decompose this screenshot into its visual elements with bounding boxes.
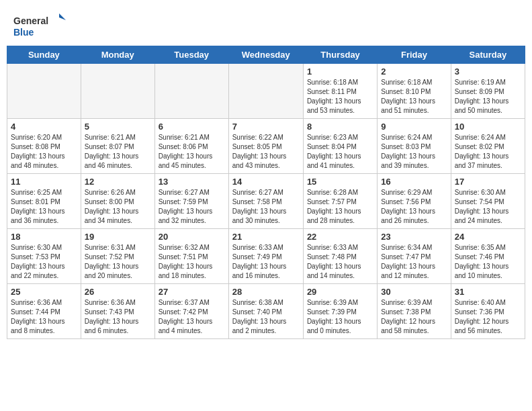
day-number: 31 xyxy=(455,287,521,297)
calendar-cell: 25Sunrise: 6:36 AM Sunset: 7:44 PM Dayli… xyxy=(7,284,81,339)
calendar-cell: 12Sunrise: 6:26 AM Sunset: 8:00 PM Dayli… xyxy=(81,174,154,229)
calendar-cell: 14Sunrise: 6:27 AM Sunset: 7:58 PM Dayli… xyxy=(228,174,303,229)
day-number: 4 xyxy=(11,122,77,132)
day-number: 5 xyxy=(85,122,151,132)
day-info: Sunrise: 6:18 AM Sunset: 8:10 PM Dayligh… xyxy=(381,78,447,116)
calendar-cell: 3Sunrise: 6:19 AM Sunset: 8:09 PM Daylig… xyxy=(451,64,525,119)
day-info: Sunrise: 6:21 AM Sunset: 8:06 PM Dayligh… xyxy=(159,133,225,171)
day-number: 1 xyxy=(307,66,373,77)
calendar-cell: 20Sunrise: 6:32 AM Sunset: 7:51 PM Dayli… xyxy=(154,229,228,284)
day-number: 30 xyxy=(381,287,447,297)
day-info: Sunrise: 6:35 AM Sunset: 7:46 PM Dayligh… xyxy=(455,243,521,281)
calendar-cell: 19Sunrise: 6:31 AM Sunset: 7:52 PM Dayli… xyxy=(81,229,154,284)
calendar-cell: 8Sunrise: 6:23 AM Sunset: 8:04 PM Daylig… xyxy=(303,119,377,174)
calendar-cell: 16Sunrise: 6:29 AM Sunset: 7:56 PM Dayli… xyxy=(378,174,451,229)
day-header-friday: Friday xyxy=(378,46,451,64)
day-number: 12 xyxy=(85,177,151,187)
day-number: 15 xyxy=(307,177,373,187)
day-number: 29 xyxy=(307,287,373,297)
calendar-week-4: 25Sunrise: 6:36 AM Sunset: 7:44 PM Dayli… xyxy=(7,284,525,339)
day-info: Sunrise: 6:31 AM Sunset: 7:52 PM Dayligh… xyxy=(85,243,151,281)
day-info: Sunrise: 6:22 AM Sunset: 8:05 PM Dayligh… xyxy=(232,133,300,171)
day-header-saturday: Saturday xyxy=(451,46,525,64)
day-info: Sunrise: 6:39 AM Sunset: 7:39 PM Dayligh… xyxy=(307,298,373,336)
day-info: Sunrise: 6:27 AM Sunset: 7:58 PM Dayligh… xyxy=(232,188,300,226)
calendar-week-2: 11Sunrise: 6:25 AM Sunset: 8:01 PM Dayli… xyxy=(7,174,525,229)
calendar-cell: 2Sunrise: 6:18 AM Sunset: 8:10 PM Daylig… xyxy=(378,64,451,119)
day-number: 11 xyxy=(11,177,77,187)
day-number: 8 xyxy=(307,122,373,132)
calendar-cell: 18Sunrise: 6:30 AM Sunset: 7:53 PM Dayli… xyxy=(7,229,81,284)
day-info: Sunrise: 6:38 AM Sunset: 7:40 PM Dayligh… xyxy=(232,298,300,336)
day-number: 22 xyxy=(307,232,373,242)
calendar-cell: 17Sunrise: 6:30 AM Sunset: 7:54 PM Dayli… xyxy=(451,174,525,229)
calendar-cell: 9Sunrise: 6:24 AM Sunset: 8:03 PM Daylig… xyxy=(378,119,451,174)
day-number: 18 xyxy=(11,232,77,242)
calendar-table: SundayMondayTuesdayWednesdayThursdayFrid… xyxy=(7,46,525,339)
calendar-cell: 15Sunrise: 6:28 AM Sunset: 7:57 PM Dayli… xyxy=(303,174,377,229)
day-info: Sunrise: 6:32 AM Sunset: 7:51 PM Dayligh… xyxy=(159,243,225,281)
calendar-cell: 27Sunrise: 6:37 AM Sunset: 7:42 PM Dayli… xyxy=(154,284,228,339)
day-info: Sunrise: 6:24 AM Sunset: 8:02 PM Dayligh… xyxy=(455,133,521,171)
calendar-cell: 30Sunrise: 6:39 AM Sunset: 7:38 PM Dayli… xyxy=(378,284,451,339)
day-info: Sunrise: 6:33 AM Sunset: 7:49 PM Dayligh… xyxy=(232,243,300,281)
day-info: Sunrise: 6:25 AM Sunset: 8:01 PM Dayligh… xyxy=(11,188,77,226)
calendar-cell: 26Sunrise: 6:36 AM Sunset: 7:43 PM Dayli… xyxy=(81,284,154,339)
day-info: Sunrise: 6:18 AM Sunset: 8:11 PM Dayligh… xyxy=(307,78,373,116)
day-info: Sunrise: 6:33 AM Sunset: 7:48 PM Dayligh… xyxy=(307,243,373,281)
day-info: Sunrise: 6:23 AM Sunset: 8:04 PM Dayligh… xyxy=(307,133,373,171)
calendar-cell: 10Sunrise: 6:24 AM Sunset: 8:02 PM Dayli… xyxy=(451,119,525,174)
day-number: 3 xyxy=(455,66,521,77)
svg-text:General: General xyxy=(13,15,48,26)
day-number: 28 xyxy=(232,287,300,297)
day-info: Sunrise: 6:30 AM Sunset: 7:54 PM Dayligh… xyxy=(455,188,521,226)
calendar-cell: 23Sunrise: 6:34 AM Sunset: 7:47 PM Dayli… xyxy=(378,229,451,284)
day-number: 27 xyxy=(159,287,225,297)
day-number: 16 xyxy=(381,177,447,187)
day-info: Sunrise: 6:24 AM Sunset: 8:03 PM Dayligh… xyxy=(381,133,447,171)
day-number: 2 xyxy=(381,66,447,77)
svg-marker-1 xyxy=(59,13,66,20)
day-header-thursday: Thursday xyxy=(303,46,377,64)
calendar-cell: 6Sunrise: 6:21 AM Sunset: 8:06 PM Daylig… xyxy=(154,119,228,174)
calendar-cell: 29Sunrise: 6:39 AM Sunset: 7:39 PM Dayli… xyxy=(303,284,377,339)
day-header-wednesday: Wednesday xyxy=(228,46,303,64)
calendar-cell: 1Sunrise: 6:18 AM Sunset: 8:11 PM Daylig… xyxy=(303,64,377,119)
day-info: Sunrise: 6:39 AM Sunset: 7:38 PM Dayligh… xyxy=(381,298,447,336)
day-number: 25 xyxy=(11,287,77,297)
logo: General Blue xyxy=(13,12,67,39)
day-number: 10 xyxy=(455,122,521,132)
day-info: Sunrise: 6:34 AM Sunset: 7:47 PM Dayligh… xyxy=(381,243,447,281)
day-number: 17 xyxy=(455,177,521,187)
day-number: 14 xyxy=(232,177,300,187)
calendar-cell xyxy=(7,64,81,119)
calendar-cell: 21Sunrise: 6:33 AM Sunset: 7:49 PM Dayli… xyxy=(228,229,303,284)
day-number: 13 xyxy=(159,177,225,187)
calendar-cell: 22Sunrise: 6:33 AM Sunset: 7:48 PM Dayli… xyxy=(303,229,377,284)
logo-svg: General Blue xyxy=(13,12,67,39)
day-info: Sunrise: 6:27 AM Sunset: 7:59 PM Dayligh… xyxy=(159,188,225,226)
day-header-sunday: Sunday xyxy=(7,46,81,64)
day-info: Sunrise: 6:29 AM Sunset: 7:56 PM Dayligh… xyxy=(381,188,447,226)
svg-text:Blue: Blue xyxy=(13,27,34,38)
day-number: 24 xyxy=(455,232,521,242)
day-info: Sunrise: 6:36 AM Sunset: 7:43 PM Dayligh… xyxy=(85,298,151,336)
day-info: Sunrise: 6:30 AM Sunset: 7:53 PM Dayligh… xyxy=(11,243,77,281)
day-info: Sunrise: 6:28 AM Sunset: 7:57 PM Dayligh… xyxy=(307,188,373,226)
header: General Blue xyxy=(7,7,525,42)
day-header-monday: Monday xyxy=(81,46,154,64)
day-number: 21 xyxy=(232,232,300,242)
calendar-cell: 31Sunrise: 6:40 AM Sunset: 7:36 PM Dayli… xyxy=(451,284,525,339)
day-number: 26 xyxy=(85,287,151,297)
day-number: 6 xyxy=(159,122,225,132)
calendar-week-0: 1Sunrise: 6:18 AM Sunset: 8:11 PM Daylig… xyxy=(7,64,525,119)
day-info: Sunrise: 6:26 AM Sunset: 8:00 PM Dayligh… xyxy=(85,188,151,226)
day-info: Sunrise: 6:19 AM Sunset: 8:09 PM Dayligh… xyxy=(455,78,521,116)
calendar-cell: 28Sunrise: 6:38 AM Sunset: 7:40 PM Dayli… xyxy=(228,284,303,339)
calendar-cell: 11Sunrise: 6:25 AM Sunset: 8:01 PM Dayli… xyxy=(7,174,81,229)
day-info: Sunrise: 6:40 AM Sunset: 7:36 PM Dayligh… xyxy=(455,298,521,336)
calendar-cell: 5Sunrise: 6:21 AM Sunset: 8:07 PM Daylig… xyxy=(81,119,154,174)
day-info: Sunrise: 6:21 AM Sunset: 8:07 PM Dayligh… xyxy=(85,133,151,171)
calendar-header-row: SundayMondayTuesdayWednesdayThursdayFrid… xyxy=(7,46,525,64)
calendar-cell: 4Sunrise: 6:20 AM Sunset: 8:08 PM Daylig… xyxy=(7,119,81,174)
